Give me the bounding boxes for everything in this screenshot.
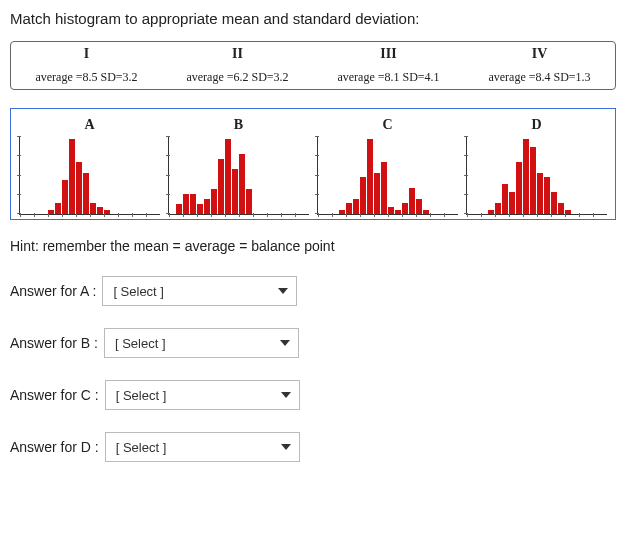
answer-select-B[interactable]: [ Select ] [104, 328, 299, 358]
option-label: I [13, 46, 160, 62]
chevron-down-icon [281, 392, 291, 398]
select-value: [ Select ] [116, 440, 167, 455]
option-IV: IV average =8.4 SD=1.3 [464, 42, 615, 89]
histogram-chart-B [168, 137, 309, 215]
answer-row-B: Answer for B : [ Select ] [10, 328, 616, 358]
histogram-label: C [317, 117, 458, 133]
hint-text: Hint: remember the mean = average = bala… [10, 238, 616, 254]
histogram-B: B [164, 117, 313, 215]
option-label: III [315, 46, 462, 62]
select-value: [ Select ] [116, 388, 167, 403]
histogram-C: C [313, 117, 462, 215]
histogram-D: D [462, 117, 611, 215]
histogram-chart-C [317, 137, 458, 215]
option-III: III average =8.1 SD=4.1 [313, 42, 464, 89]
histogram-chart-A [19, 137, 160, 215]
histogram-label: D [466, 117, 607, 133]
answer-select-A[interactable]: [ Select ] [102, 276, 297, 306]
histograms-panel: A B C D [10, 108, 616, 220]
histogram-label: B [168, 117, 309, 133]
chevron-down-icon [278, 288, 288, 294]
chevron-down-icon [281, 444, 291, 450]
answer-row-C: Answer for C : [ Select ] [10, 380, 616, 410]
options-table: I average =8.5 SD=3.2 II average =6.2 SD… [10, 41, 616, 90]
histogram-A: A [15, 117, 164, 215]
answer-label: Answer for B : [10, 335, 98, 351]
option-label: IV [466, 46, 613, 62]
answer-label: Answer for D : [10, 439, 99, 455]
chevron-down-icon [280, 340, 290, 346]
option-II: II average =6.2 SD=3.2 [162, 42, 313, 89]
option-I: I average =8.5 SD=3.2 [11, 42, 162, 89]
question-title: Match histogram to appropriate mean and … [10, 10, 616, 27]
select-value: [ Select ] [113, 284, 164, 299]
answer-select-D[interactable]: [ Select ] [105, 432, 300, 462]
option-desc: average =8.5 SD=3.2 [35, 70, 137, 84]
option-label: II [164, 46, 311, 62]
answer-row-A: Answer for A : [ Select ] [10, 276, 616, 306]
histogram-label: A [19, 117, 160, 133]
histogram-chart-D [466, 137, 607, 215]
option-desc: average =8.4 SD=1.3 [488, 70, 590, 84]
option-desc: average =6.2 SD=3.2 [186, 70, 288, 84]
answer-label: Answer for A : [10, 283, 96, 299]
select-value: [ Select ] [115, 336, 166, 351]
answer-row-D: Answer for D : [ Select ] [10, 432, 616, 462]
answer-select-C[interactable]: [ Select ] [105, 380, 300, 410]
option-desc: average =8.1 SD=4.1 [337, 70, 439, 84]
answer-label: Answer for C : [10, 387, 99, 403]
